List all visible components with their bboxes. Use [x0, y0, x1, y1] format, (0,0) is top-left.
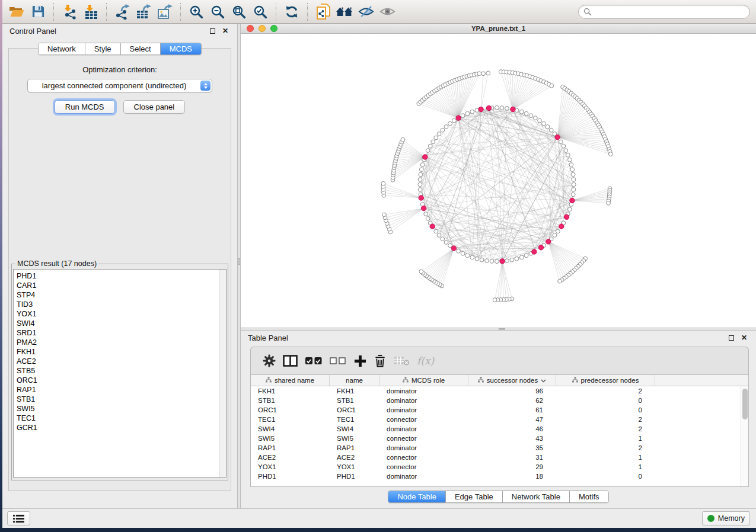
create-column-button[interactable]: [350, 351, 370, 371]
table-row-stb1[interactable]: STB1STB1dominator620: [251, 396, 748, 405]
zoom-out-button[interactable]: [207, 2, 228, 21]
network-canvas[interactable]: [241, 34, 756, 328]
tree-icon: [478, 377, 484, 384]
cell-mcds-role: connector: [379, 453, 468, 462]
memory-button[interactable]: Memory: [702, 511, 750, 525]
mcds-result-item-swi5[interactable]: SWI5: [17, 404, 226, 414]
table-scrollbar-thumb[interactable]: [742, 389, 748, 419]
refresh-view-button[interactable]: [281, 2, 302, 21]
cell-mcds-role: dominator: [379, 405, 468, 415]
column-header-successor-nodes[interactable]: successor nodes: [468, 375, 556, 386]
search-box[interactable]: [578, 5, 750, 19]
open-session-button[interactable]: [6, 2, 27, 21]
mcds-result-item-yox1[interactable]: YOX1: [17, 309, 226, 319]
tab-edge-table[interactable]: Edge Table: [446, 491, 503, 502]
float-table-panel-button[interactable]: [726, 333, 736, 342]
mcds-result-item-swi4[interactable]: SWI4: [17, 319, 226, 328]
horizontal-splitter[interactable]: [241, 328, 756, 331]
zoom-in-icon: [189, 5, 203, 19]
table-row-rap1[interactable]: RAP1RAP1dominator352: [251, 443, 748, 453]
mcds-result-item-tec1[interactable]: TEC1: [17, 414, 226, 423]
mcds-result-item-stp4[interactable]: STP4: [17, 290, 226, 300]
table-settings-button[interactable]: [259, 351, 279, 371]
cell-predecessor-nodes: 1: [556, 462, 655, 472]
mcds-result-item-pma2[interactable]: PMA2: [17, 338, 226, 347]
deselect-all-button[interactable]: [326, 351, 350, 371]
mcds-result-item-fkh1[interactable]: FKH1: [17, 347, 226, 357]
table-row-phd1[interactable]: PHD1PHD1dominator180: [251, 472, 748, 481]
optimization-criterion-select[interactable]: largest connected component (undirected): [27, 79, 212, 92]
tab-network[interactable]: Network: [39, 43, 85, 55]
table-row-orc1[interactable]: ORC1ORC1dominator610: [251, 405, 748, 415]
hide-selected-button[interactable]: [355, 2, 377, 21]
show-all-button[interactable]: [377, 2, 398, 21]
zoom-fit-button[interactable]: [228, 2, 250, 21]
cell-shared-name: ACE2: [251, 453, 330, 462]
column-header-name[interactable]: name: [330, 375, 379, 386]
save-session-button[interactable]: [27, 2, 49, 21]
tab-motifs[interactable]: Motifs: [570, 491, 608, 502]
mcds-result-item-tid3[interactable]: TID3: [17, 300, 226, 309]
refresh-icon: [285, 5, 299, 19]
tab-style[interactable]: Style: [85, 43, 121, 55]
splitter-handle[interactable]: [499, 328, 505, 330]
run-mcds-button[interactable]: Run MCDS: [55, 100, 115, 114]
export-network-button[interactable]: [111, 2, 133, 21]
export-network-icon: [114, 4, 130, 20]
cell-mcds-role: connector: [379, 462, 468, 472]
select-all-button[interactable]: [301, 351, 326, 371]
mcds-result-item-orc1[interactable]: ORC1: [17, 376, 226, 385]
network-graph[interactable]: [241, 34, 756, 328]
splitter-handle[interactable]: [238, 258, 240, 265]
tab-select[interactable]: Select: [121, 43, 161, 55]
zoom-selected-button[interactable]: [250, 2, 271, 21]
panel-menu-button[interactable]: [7, 511, 30, 525]
cell-shared-name: RAP1: [251, 443, 330, 453]
table-scrollbar[interactable]: [741, 386, 748, 486]
close-panel-button[interactable]: Close panel: [123, 100, 186, 114]
mcds-result-item-stb5[interactable]: STB5: [17, 366, 226, 376]
export-image-icon: [157, 4, 173, 20]
export-image-button[interactable]: [154, 2, 176, 21]
fx-icon: f(x): [417, 355, 434, 367]
search-input[interactable]: [594, 8, 745, 16]
column-header-mcds-role[interactable]: MCDS role: [379, 375, 468, 386]
cell-name: STB1: [330, 396, 379, 405]
table-row-swi5[interactable]: SWI5SWI5connector431: [251, 434, 748, 443]
table-row-yox1[interactable]: YOX1YOX1connector291: [251, 462, 748, 472]
export-table-button[interactable]: [133, 2, 154, 21]
float-panel-button[interactable]: [208, 26, 217, 36]
zoom-selected-icon: [253, 5, 267, 19]
tab-node-table[interactable]: Node Table: [388, 491, 446, 502]
mcds-result-item-car1[interactable]: CAR1: [17, 281, 226, 290]
new-network-from-selection-button[interactable]: [312, 2, 334, 21]
mcds-result-item-ace2[interactable]: ACE2: [17, 357, 226, 366]
import-network-button[interactable]: [59, 2, 80, 21]
table-row-tec1[interactable]: TEC1TEC1connector472: [251, 415, 748, 424]
close-control-panel-button[interactable]: ✕: [221, 26, 230, 36]
first-neighbors-button[interactable]: [334, 2, 355, 21]
zoom-in-button[interactable]: [186, 2, 207, 21]
list-scrollbar-track[interactable]: [219, 270, 226, 477]
close-icon: ✕: [741, 334, 747, 341]
column-header-predecessor-nodes[interactable]: predecessor nodes: [556, 375, 655, 386]
cell-successor-nodes: 29: [468, 462, 556, 472]
import-table-button[interactable]: [80, 2, 101, 21]
show-columns-button[interactable]: [279, 351, 301, 371]
mcds-result-item-srd1[interactable]: SRD1: [17, 328, 226, 338]
cell-mcds-role: dominator: [379, 396, 468, 405]
tab-mcds[interactable]: MCDS: [161, 43, 201, 55]
tab-network-table[interactable]: Network Table: [503, 491, 570, 502]
column-header-shared-name[interactable]: shared name: [251, 375, 330, 386]
mcds-result-item-stb1[interactable]: STB1: [17, 395, 226, 404]
cell-name: ORC1: [330, 405, 379, 415]
close-table-panel-button[interactable]: ✕: [739, 333, 749, 342]
delete-column-button[interactable]: [370, 351, 390, 371]
mcds-result-list[interactable]: PHD1CAR1STP4TID3YOX1SWI4SRD1PMA2FKH1ACE2…: [13, 269, 227, 477]
table-row-swi4[interactable]: SWI4SWI4dominator462: [251, 424, 748, 434]
mcds-result-item-phd1[interactable]: PHD1: [17, 271, 226, 281]
mcds-result-item-gcr1[interactable]: GCR1: [17, 423, 226, 432]
mcds-result-item-rap1[interactable]: RAP1: [17, 385, 226, 395]
table-row-ace2[interactable]: ACE2ACE2connector311: [251, 453, 748, 462]
table-row-fkh1[interactable]: FKH1FKH1dominator962: [251, 386, 748, 396]
